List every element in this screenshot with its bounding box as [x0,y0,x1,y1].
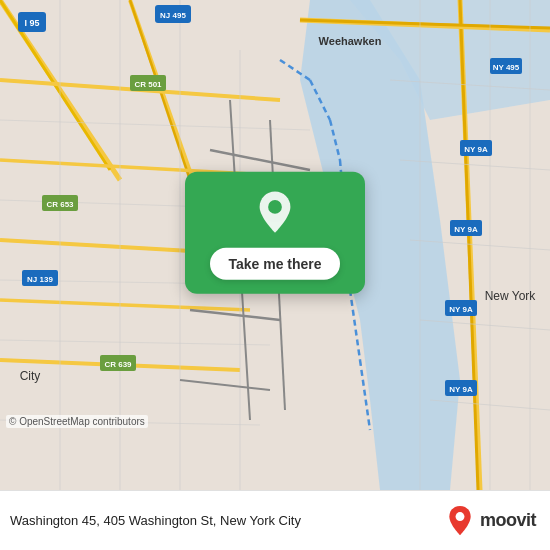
location-pin-icon [251,190,299,238]
svg-text:City: City [20,369,41,383]
svg-text:NJ 139: NJ 139 [27,275,53,284]
action-card: Take me there [185,172,365,294]
svg-text:New York: New York [485,289,537,303]
svg-text:NY 495: NY 495 [493,63,520,72]
svg-text:CR 653: CR 653 [46,200,74,209]
svg-text:I 95: I 95 [24,18,39,28]
svg-text:CR 501: CR 501 [134,80,162,89]
svg-text:NY 9A: NY 9A [464,145,488,154]
bottom-bar: Washington 45, 405 Washington St, New Yo… [0,490,550,550]
moovit-logo: moovit [446,505,536,537]
map-copyright: © OpenStreetMap contributors [6,415,148,428]
svg-text:CR 639: CR 639 [104,360,132,369]
svg-text:Weehawken: Weehawken [319,35,382,47]
svg-text:NY 9A: NY 9A [454,225,478,234]
map-container: I 95 NJ 495 CR 501 CR 653 NJ 139 CR 639 … [0,0,550,490]
svg-text:NY 9A: NY 9A [449,305,473,314]
svg-point-72 [268,200,282,214]
location-text: Washington 45, 405 Washington St, New Yo… [10,513,301,528]
svg-point-73 [456,512,465,521]
svg-text:NJ 495: NJ 495 [160,11,186,20]
svg-text:NY 9A: NY 9A [449,385,473,394]
take-me-there-button[interactable]: Take me there [210,248,339,280]
moovit-pin-icon [446,505,474,537]
moovit-wordmark: moovit [480,510,536,531]
